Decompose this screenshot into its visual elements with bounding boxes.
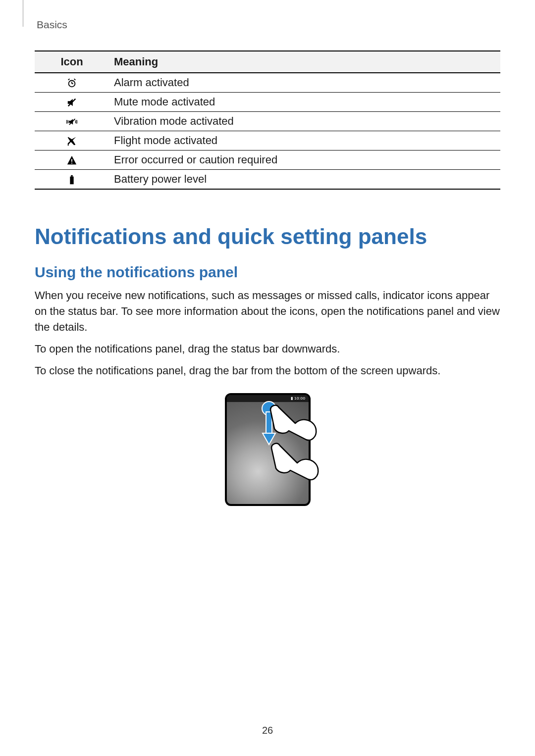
table-cell-meaning: Vibration mode activated <box>109 112 500 131</box>
svg-rect-11 <box>70 177 73 185</box>
svg-line-3 <box>68 79 70 80</box>
svg-line-4 <box>74 79 76 80</box>
mute-icon <box>35 93 109 112</box>
header-rule <box>23 0 23 27</box>
table-cell-meaning: Error occurred or caution required <box>109 151 500 170</box>
paragraph: To open the notifications panel, drag th… <box>35 341 500 357</box>
table-header-icon: Icon <box>35 51 109 73</box>
table-row: Mute mode activated <box>35 93 500 112</box>
manual-page: Basics Icon Meaning Alarm activated Mute… <box>0 0 535 756</box>
table-row: Vibration mode activated <box>35 112 500 131</box>
table-cell-meaning: Flight mode activated <box>109 131 500 151</box>
flight-icon <box>35 131 109 151</box>
table-cell-meaning: Mute mode activated <box>109 93 500 112</box>
table-cell-meaning: Alarm activated <box>109 73 500 93</box>
paragraph: When you receive new notifications, such… <box>35 288 500 335</box>
table-header-meaning: Meaning <box>109 51 500 73</box>
swipe-down-arrow-icon <box>262 401 321 505</box>
heading-sub: Using the notifications panel <box>35 264 500 281</box>
icon-meaning-table: Icon Meaning Alarm activated Mute mode a… <box>35 50 500 190</box>
gesture-figure <box>35 393 500 506</box>
svg-rect-10 <box>71 163 72 164</box>
svg-rect-9 <box>71 159 72 162</box>
page-number: 26 <box>0 725 535 736</box>
table-row: Error occurred or caution required <box>35 151 500 170</box>
heading-main: Notifications and quick setting panels <box>35 224 500 249</box>
svg-marker-15 <box>263 433 275 445</box>
alarm-icon <box>35 73 109 93</box>
table-row: Flight mode activated <box>35 131 500 151</box>
paragraph: To close the notifications panel, drag t… <box>35 363 500 379</box>
section-label: Basics <box>37 19 500 31</box>
svg-rect-12 <box>71 175 73 177</box>
device-illustration <box>225 393 311 506</box>
table-row: Alarm activated <box>35 73 500 93</box>
battery-icon <box>35 170 109 190</box>
error-icon <box>35 151 109 170</box>
vibration-icon <box>35 112 109 131</box>
table-row: Battery power level <box>35 170 500 190</box>
table-cell-meaning: Battery power level <box>109 170 500 190</box>
